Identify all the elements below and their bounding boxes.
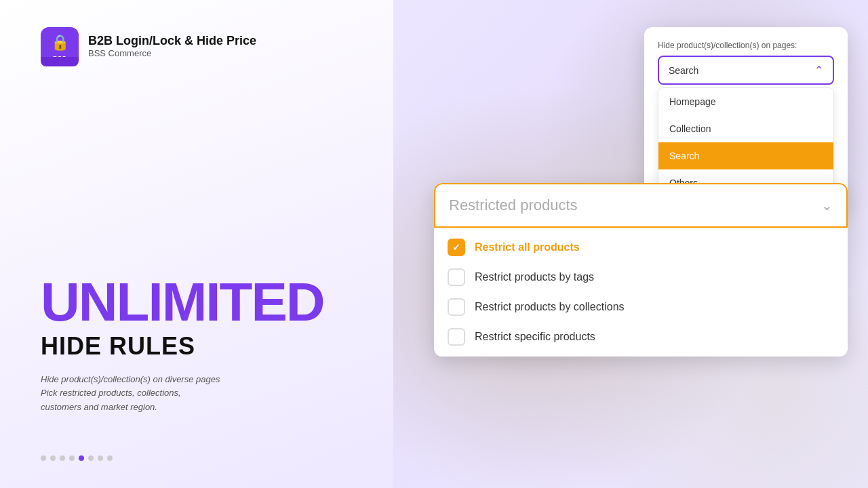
right-panel: Hide product(s)/collection(s) on pages: … <box>393 0 868 488</box>
checkbox-by-tags[interactable] <box>448 268 465 286</box>
dot-7[interactable] <box>98 455 103 461</box>
checkbox-label-tags: Restrict products by tags <box>475 271 594 283</box>
checkbox-specific-products[interactable] <box>448 328 465 346</box>
lock-icon: 🔒 <box>51 34 69 52</box>
dropdown-select[interactable]: Search ⌃ <box>658 56 834 85</box>
restricted-title: Restricted products <box>449 197 578 214</box>
checkbox-by-collections[interactable] <box>448 298 465 316</box>
dropdown-item-collection[interactable]: Collection <box>658 115 833 142</box>
bss-label: BSS <box>53 55 66 62</box>
checkbox-item-all[interactable]: Restrict all products <box>448 239 834 256</box>
checkbox-all-products[interactable] <box>448 239 465 256</box>
checkbox-item-tags[interactable]: Restrict products by tags <box>448 268 834 286</box>
dropdown-item-homepage[interactable]: Homepage <box>658 88 833 115</box>
dot-1[interactable] <box>41 455 46 461</box>
dot-8[interactable] <box>107 455 113 461</box>
unlimited-heading: UNLIMITED <box>41 275 353 329</box>
ui-overlay: Hide product(s)/collection(s) on pages: … <box>434 20 854 474</box>
dot-3[interactable] <box>60 455 65 461</box>
dropdown-menu: Homepage Collection Search Others <box>658 87 834 197</box>
company-name: BSS Commerce <box>88 48 256 58</box>
dropdown-selected-value: Search <box>669 65 698 76</box>
checkbox-label-collections: Restrict products by collections <box>475 301 625 313</box>
checkbox-list: Restrict all products Restrict products … <box>434 228 848 357</box>
pagination-dots <box>41 455 353 461</box>
restricted-products-card: Restricted products ⌄ Restrict all produ… <box>434 183 848 357</box>
chevron-down-icon: ⌄ <box>821 197 833 214</box>
dropdown-label: Hide product(s)/collection(s) on pages: <box>658 41 834 50</box>
dropdown-item-search[interactable]: Search <box>658 142 833 169</box>
hide-rules-heading: HIDE RULES <box>41 332 353 361</box>
dot-5-active[interactable] <box>79 455 84 461</box>
checkbox-label-all: Restrict all products <box>475 241 580 253</box>
chevron-up-icon: ⌃ <box>814 64 823 77</box>
hero-description: Hide product(s)/collection(s) on diverse… <box>41 373 353 415</box>
dot-4[interactable] <box>69 455 75 461</box>
logo-area: 🔒 BSS B2B Login/Lock & Hide Price BSS Co… <box>41 27 353 65</box>
left-panel: 🔒 BSS B2B Login/Lock & Hide Price BSS Co… <box>0 0 393 488</box>
checkbox-item-collections[interactable]: Restrict products by collections <box>448 298 834 316</box>
logo-text: B2B Login/Lock & Hide Price BSS Commerce <box>88 34 256 58</box>
app-name: B2B Login/Lock & Hide Price <box>88 34 256 48</box>
restricted-header[interactable]: Restricted products ⌄ <box>434 183 848 228</box>
checkbox-label-specific: Restrict specific products <box>475 331 595 343</box>
app-logo-icon: 🔒 BSS <box>41 27 79 65</box>
dot-6[interactable] <box>88 455 94 461</box>
main-heading: UNLIMITED HIDE RULES Hide product(s)/col… <box>41 275 353 415</box>
checkbox-item-specific[interactable]: Restrict specific products <box>448 328 834 346</box>
dot-2[interactable] <box>50 455 56 461</box>
